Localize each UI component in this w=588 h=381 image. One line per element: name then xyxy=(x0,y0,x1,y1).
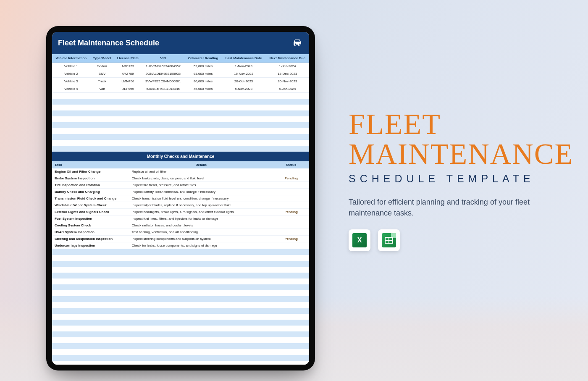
table-row: Steering and Suspension InspectionInspec… xyxy=(52,236,309,242)
empty-row xyxy=(52,290,309,296)
cell: XYZ789 xyxy=(114,70,142,78)
status-badge: Done xyxy=(273,168,309,175)
empty-row xyxy=(52,349,309,355)
empty-row xyxy=(52,337,309,343)
promo-heading: FLEET MAINTENANCE xyxy=(349,109,575,169)
tasks-table-head: Task Details Status xyxy=(52,161,309,168)
sheet-title-bar: Fleet Maintenance Schedule xyxy=(52,32,309,54)
status-badge: Pending xyxy=(273,236,309,242)
col-vin: VIN xyxy=(142,54,184,63)
status-badge: Done xyxy=(273,202,309,209)
cell: 2GNALDEK9E6155938 xyxy=(142,70,184,78)
promo-tagline: Tailored for efficient planning and trac… xyxy=(349,197,567,218)
task-name: Steering and Suspension Inspection xyxy=(52,236,129,242)
empty-row xyxy=(52,284,309,290)
cell: Vehicle 3 xyxy=(52,78,90,85)
col-type-model: Type/Model xyxy=(90,54,114,63)
cell: 20-Oct-2023 xyxy=(222,78,266,85)
empty-row xyxy=(52,361,309,365)
empty-row xyxy=(52,314,309,320)
empty-row xyxy=(52,296,309,302)
cell: 5-Nov-2023 xyxy=(222,85,266,93)
vehicle-table-body: Vehicle 1SedanABC1231HGCM82633A00435252,… xyxy=(52,63,309,93)
col-odometer: Odometer Reading xyxy=(185,54,222,63)
table-row: Vehicle 2SUVXYZ7892GNALDEK9E615593863,00… xyxy=(52,70,309,78)
cell: 15-Nov-2023 xyxy=(222,70,266,78)
excel-icon[interactable] xyxy=(349,229,370,251)
empty-row xyxy=(52,122,309,128)
table-row: Vehicle 1SedanABC1231HGCM82633A00435252,… xyxy=(52,63,309,70)
promo-heading-line1: FLEET xyxy=(349,109,575,139)
cell: 3VWFE21C04M000001 xyxy=(142,78,184,85)
task-name: Exterior Lights and Signals Check xyxy=(52,209,129,215)
cell: 20-Nov-2023 xyxy=(266,78,309,85)
table-row: Brake System InspectionCheck brake pads,… xyxy=(52,175,309,182)
task-details: Inspect headlights, brake lights, turn s… xyxy=(129,209,273,215)
task-name: Engine Oil and Filter Change xyxy=(52,168,129,175)
task-details: Replace oil and oil filter xyxy=(129,168,273,175)
table-row: Windshield Wiper System CheckInspect wip… xyxy=(52,202,309,209)
cell: 1-Jan-2024 xyxy=(266,63,309,70)
cell: ABC123 xyxy=(114,63,142,70)
empty-row xyxy=(52,134,309,140)
empty-row xyxy=(52,320,309,326)
cell: 5J6RE4H48BL012345 xyxy=(142,85,184,93)
status-badge: Done xyxy=(273,222,309,229)
table-row: Undercarriage InspectionCheck for leaks,… xyxy=(52,242,309,249)
cell: 1HGCM82633A004352 xyxy=(142,63,184,70)
format-icons xyxy=(349,229,575,251)
task-details: Inspect steering components and suspensi… xyxy=(129,236,273,242)
tablet-device: Fleet Maintenance Schedule Vehicle Infor… xyxy=(46,26,315,370)
task-name: Transmission Fluid Check and Change xyxy=(52,195,129,202)
google-sheets-icon[interactable] xyxy=(378,229,400,251)
cell: 52,000 miles xyxy=(185,63,222,70)
cell: 15-Dec-2023 xyxy=(266,70,309,78)
empty-row xyxy=(52,279,309,284)
car-icon xyxy=(291,36,303,50)
promo-heading-line2: MAINTENANCE xyxy=(349,139,575,169)
task-details: Inspect wiper blades, replace if necessa… xyxy=(129,202,273,209)
tasks-table-body: Engine Oil and Filter ChangeReplace oil … xyxy=(52,168,309,249)
cell: Vehicle 1 xyxy=(52,63,90,70)
task-name: Cooling System Check xyxy=(52,222,129,229)
task-details: Inspect fuel lines, filters, and injecto… xyxy=(129,215,273,222)
task-details: Check for leaks, loose components, and s… xyxy=(129,242,273,249)
empty-row xyxy=(52,326,309,331)
vehicle-table-head: Vehicle Information Type/Model License P… xyxy=(52,54,309,63)
status-badge: Done xyxy=(273,215,309,222)
cell: SUV xyxy=(90,70,114,78)
empty-row xyxy=(52,261,309,267)
cell: 63,000 miles xyxy=(185,70,222,78)
cell: 45,000 miles xyxy=(185,85,222,93)
promo-subtitle: SCHEDULE TEMPLATE xyxy=(349,173,575,185)
empty-row xyxy=(52,146,309,152)
status-badge: Done xyxy=(273,189,309,195)
tablet-screen: Fleet Maintenance Schedule Vehicle Infor… xyxy=(52,32,309,365)
empty-rows-lower xyxy=(52,249,309,365)
task-name: Brake System Inspection xyxy=(52,175,129,182)
task-details: Test heating, ventilation, and air condi… xyxy=(129,229,273,236)
promo-panel: FLEET MAINTENANCE SCHEDULE TEMPLATE Tail… xyxy=(349,109,575,251)
task-details: Check transmission fluid level and condi… xyxy=(129,195,273,202)
empty-row xyxy=(52,331,309,337)
empty-row xyxy=(52,343,309,349)
empty-row xyxy=(52,355,309,361)
empty-row xyxy=(52,267,309,273)
table-row: Tire Inspection and RotationInspect tire… xyxy=(52,182,309,189)
status-badge: Done xyxy=(273,229,309,236)
col-license: License Plate xyxy=(114,54,142,63)
empty-row xyxy=(52,273,309,279)
col-vehicle-info: Vehicle Information xyxy=(52,54,90,63)
task-name: Undercarriage Inspection xyxy=(52,242,129,249)
status-badge: Done xyxy=(273,182,309,189)
table-row: Vehicle 3TruckLMN4563VWFE21C04M00000180,… xyxy=(52,78,309,85)
cell: Sedan xyxy=(90,63,114,70)
empty-row xyxy=(52,249,309,255)
vehicle-table: Vehicle Information Type/Model License P… xyxy=(52,54,309,93)
table-row: HVAC System InspectionTest heating, vent… xyxy=(52,229,309,236)
cell: 5-Jan-2024 xyxy=(266,85,309,93)
task-name: Fuel System Inspection xyxy=(52,215,129,222)
task-name: HVAC System Inspection xyxy=(52,229,129,236)
cell: DEF999 xyxy=(114,85,142,93)
cell: LMN456 xyxy=(114,78,142,85)
